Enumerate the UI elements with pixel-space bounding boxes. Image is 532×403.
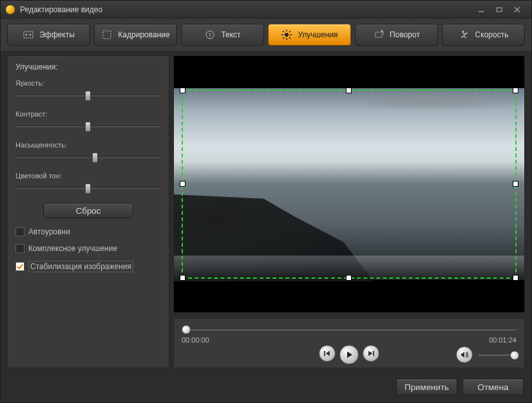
panel-title: Улучшения: (15, 62, 161, 71)
stabilize-checkbox[interactable] (15, 262, 24, 271)
crop-handle-w[interactable] (180, 181, 185, 187)
brightness-slider[interactable] (15, 91, 161, 101)
crop-handle-ne[interactable] (513, 88, 518, 93)
hue-label: Цветовой тон: (15, 172, 161, 180)
svg-point-21 (462, 30, 464, 32)
footer: Применить Отмена (1, 375, 531, 395)
svg-line-18 (289, 31, 290, 32)
saturation-label: Насыщенность: (15, 141, 161, 149)
svg-marker-25 (368, 351, 373, 356)
svg-marker-23 (326, 351, 330, 356)
svg-marker-20 (381, 30, 383, 32)
player-controls: 00:00:00 00:01:24 (173, 318, 525, 368)
effects-icon (23, 29, 34, 41)
svg-rect-22 (324, 351, 325, 356)
tab-label: Поворот (390, 30, 420, 39)
complex-enhance-checkbox[interactable] (15, 244, 24, 253)
play-button[interactable] (339, 345, 359, 364)
cancel-button[interactable]: Отмена (462, 379, 524, 395)
contrast-slider[interactable] (15, 122, 161, 132)
window-title: Редактирование видео (20, 5, 472, 14)
next-button[interactable] (363, 345, 379, 362)
saturation-block: Насыщенность: (15, 141, 161, 163)
tab-label: Текст (221, 30, 240, 39)
hue-slider[interactable] (15, 183, 161, 194)
tab-enhance[interactable]: Улучшения (268, 24, 351, 46)
svg-rect-7 (103, 31, 111, 39)
brightness-label: Яркость: (15, 79, 161, 87)
crop-handle-e[interactable] (513, 181, 518, 187)
app-logo-icon (6, 5, 15, 14)
complex-enhance-row[interactable]: Комплексное улучшение (15, 244, 161, 253)
crop-handle-s[interactable] (346, 275, 352, 281)
titlebar: Редактирование видео (1, 1, 531, 19)
svg-marker-24 (347, 351, 352, 358)
speed-icon (459, 29, 470, 41)
crop-icon (101, 29, 113, 41)
close-button[interactable] (508, 3, 526, 16)
svg-point-6 (30, 34, 31, 35)
prev-button[interactable] (319, 345, 336, 362)
crop-handle-n[interactable] (346, 88, 352, 93)
maximize-button[interactable] (490, 3, 508, 16)
duration: 00:01:24 (489, 336, 517, 344)
svg-rect-26 (373, 351, 374, 356)
crop-handle-sw[interactable] (180, 275, 185, 281)
tab-label: Кадрирование (118, 30, 169, 39)
auto-levels-row[interactable]: Автоуровни (15, 227, 161, 236)
volume-thumb[interactable] (510, 351, 519, 360)
complex-enhance-label: Комплексное улучшение (28, 244, 117, 253)
svg-rect-19 (375, 32, 382, 37)
apply-button[interactable]: Применить (396, 379, 457, 395)
text-icon: T (204, 29, 216, 41)
stabilize-row[interactable]: Стабилизация изображения (15, 261, 161, 272)
volume-slider[interactable] (478, 353, 517, 356)
contrast-block: Контраст: (15, 110, 161, 132)
main-area: Улучшения: Яркость: Контраст: Насыщеннос… (1, 52, 531, 375)
rotate-icon (373, 29, 385, 41)
seek-thumb[interactable] (182, 325, 191, 334)
contrast-label: Контраст: (15, 110, 161, 118)
preview-area[interactable] (173, 55, 525, 313)
tab-label: Эффекты (39, 30, 75, 39)
tab-effects[interactable]: Эффекты (7, 24, 90, 46)
svg-point-10 (285, 33, 289, 37)
reset-button[interactable]: Сброс (43, 203, 133, 218)
svg-line-17 (283, 37, 284, 39)
tab-label: Скорость (475, 30, 509, 39)
svg-line-16 (289, 37, 290, 39)
tab-rotate[interactable]: Поворот (355, 24, 438, 46)
tab-bar: Эффекты Кадрирование T Текст Улучшения П… (1, 19, 531, 52)
stabilize-label: Стабилизация изображения (28, 261, 133, 272)
tab-speed[interactable]: Скорость (442, 24, 525, 46)
auto-levels-checkbox[interactable] (15, 227, 24, 236)
svg-rect-1 (497, 8, 502, 12)
svg-text:T: T (209, 32, 212, 38)
hue-block: Цветовой тон: (15, 172, 161, 194)
crop-handle-nw[interactable] (180, 88, 185, 93)
svg-marker-27 (461, 351, 464, 358)
tab-text[interactable]: T Текст (181, 24, 264, 46)
svg-line-15 (283, 31, 284, 32)
time-row: 00:00:00 00:01:24 (182, 336, 517, 344)
enhance-panel: Улучшения: Яркость: Контраст: Насыщеннос… (7, 55, 169, 368)
svg-point-5 (26, 34, 27, 35)
tab-label: Улучшения (298, 30, 337, 39)
volume-button[interactable] (456, 346, 473, 363)
enhance-icon (281, 29, 292, 41)
svg-rect-4 (24, 32, 33, 38)
tab-crop[interactable]: Кадрирование (94, 24, 177, 46)
crop-handle-se[interactable] (513, 275, 518, 281)
current-time: 00:00:00 (182, 336, 209, 344)
video-frame (367, 91, 524, 111)
seek-slider[interactable] (182, 325, 517, 332)
auto-levels-label: Автоуровни (28, 227, 70, 236)
brightness-block: Яркость: (15, 79, 161, 101)
right-panel: 00:00:00 00:01:24 (173, 55, 525, 375)
minimize-button[interactable] (472, 3, 490, 16)
saturation-slider[interactable] (15, 153, 161, 163)
